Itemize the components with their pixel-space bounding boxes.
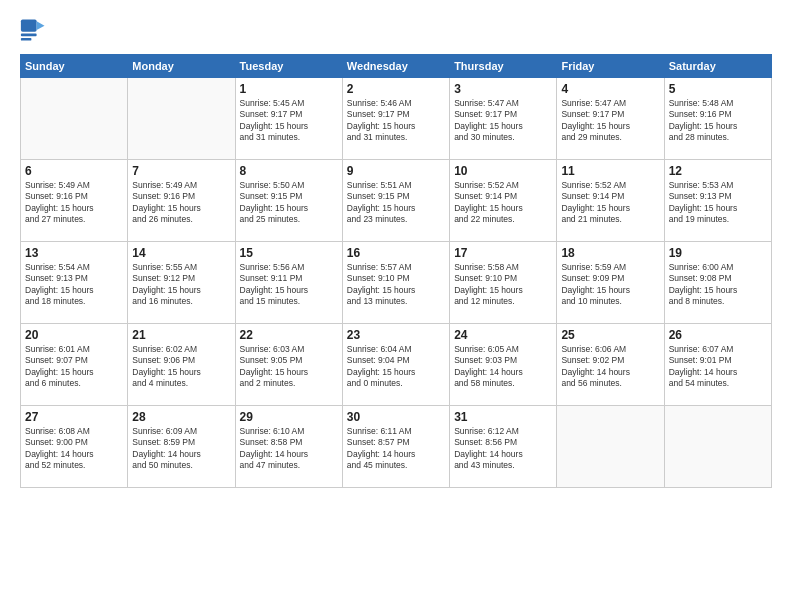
calendar-cell: 20Sunrise: 6:01 AM Sunset: 9:07 PM Dayli…: [21, 324, 128, 406]
day-info: Sunrise: 5:49 AM Sunset: 9:16 PM Dayligh…: [132, 180, 230, 226]
weekday-header-row: SundayMondayTuesdayWednesdayThursdayFrid…: [21, 55, 772, 78]
page-header: [20, 16, 772, 44]
day-number: 21: [132, 328, 230, 342]
day-info: Sunrise: 5:56 AM Sunset: 9:11 PM Dayligh…: [240, 262, 338, 308]
day-number: 6: [25, 164, 123, 178]
day-number: 31: [454, 410, 552, 424]
calendar-cell: 6Sunrise: 5:49 AM Sunset: 9:16 PM Daylig…: [21, 160, 128, 242]
day-number: 13: [25, 246, 123, 260]
day-number: 23: [347, 328, 445, 342]
day-info: Sunrise: 5:57 AM Sunset: 9:10 PM Dayligh…: [347, 262, 445, 308]
calendar-cell: 26Sunrise: 6:07 AM Sunset: 9:01 PM Dayli…: [664, 324, 771, 406]
calendar-table: SundayMondayTuesdayWednesdayThursdayFrid…: [20, 54, 772, 488]
weekday-header-thursday: Thursday: [450, 55, 557, 78]
calendar-cell: 9Sunrise: 5:51 AM Sunset: 9:15 PM Daylig…: [342, 160, 449, 242]
svg-rect-2: [21, 34, 37, 37]
day-number: 20: [25, 328, 123, 342]
calendar-cell: 19Sunrise: 6:00 AM Sunset: 9:08 PM Dayli…: [664, 242, 771, 324]
calendar-cell: 15Sunrise: 5:56 AM Sunset: 9:11 PM Dayli…: [235, 242, 342, 324]
day-number: 28: [132, 410, 230, 424]
weekday-header-saturday: Saturday: [664, 55, 771, 78]
calendar-cell: 29Sunrise: 6:10 AM Sunset: 8:58 PM Dayli…: [235, 406, 342, 488]
day-number: 19: [669, 246, 767, 260]
svg-rect-0: [21, 20, 37, 32]
calendar-cell: 16Sunrise: 5:57 AM Sunset: 9:10 PM Dayli…: [342, 242, 449, 324]
day-info: Sunrise: 5:59 AM Sunset: 9:09 PM Dayligh…: [561, 262, 659, 308]
calendar-cell: 27Sunrise: 6:08 AM Sunset: 9:00 PM Dayli…: [21, 406, 128, 488]
calendar-cell: 8Sunrise: 5:50 AM Sunset: 9:15 PM Daylig…: [235, 160, 342, 242]
day-info: Sunrise: 6:04 AM Sunset: 9:04 PM Dayligh…: [347, 344, 445, 390]
day-number: 29: [240, 410, 338, 424]
calendar-cell: 31Sunrise: 6:12 AM Sunset: 8:56 PM Dayli…: [450, 406, 557, 488]
day-info: Sunrise: 6:02 AM Sunset: 9:06 PM Dayligh…: [132, 344, 230, 390]
day-number: 16: [347, 246, 445, 260]
calendar-cell: 4Sunrise: 5:47 AM Sunset: 9:17 PM Daylig…: [557, 78, 664, 160]
day-info: Sunrise: 5:45 AM Sunset: 9:17 PM Dayligh…: [240, 98, 338, 144]
weekday-header-monday: Monday: [128, 55, 235, 78]
week-row-4: 20Sunrise: 6:01 AM Sunset: 9:07 PM Dayli…: [21, 324, 772, 406]
calendar-cell: [557, 406, 664, 488]
day-number: 3: [454, 82, 552, 96]
day-info: Sunrise: 5:46 AM Sunset: 9:17 PM Dayligh…: [347, 98, 445, 144]
calendar-cell: 2Sunrise: 5:46 AM Sunset: 9:17 PM Daylig…: [342, 78, 449, 160]
day-number: 7: [132, 164, 230, 178]
svg-rect-3: [21, 38, 32, 41]
day-info: Sunrise: 5:48 AM Sunset: 9:16 PM Dayligh…: [669, 98, 767, 144]
day-info: Sunrise: 5:47 AM Sunset: 9:17 PM Dayligh…: [561, 98, 659, 144]
calendar-cell: 17Sunrise: 5:58 AM Sunset: 9:10 PM Dayli…: [450, 242, 557, 324]
day-info: Sunrise: 5:47 AM Sunset: 9:17 PM Dayligh…: [454, 98, 552, 144]
day-number: 15: [240, 246, 338, 260]
week-row-1: 1Sunrise: 5:45 AM Sunset: 9:17 PM Daylig…: [21, 78, 772, 160]
calendar-cell: 12Sunrise: 5:53 AM Sunset: 9:13 PM Dayli…: [664, 160, 771, 242]
day-number: 18: [561, 246, 659, 260]
day-number: 27: [25, 410, 123, 424]
day-info: Sunrise: 6:03 AM Sunset: 9:05 PM Dayligh…: [240, 344, 338, 390]
calendar-cell: 11Sunrise: 5:52 AM Sunset: 9:14 PM Dayli…: [557, 160, 664, 242]
day-number: 10: [454, 164, 552, 178]
day-info: Sunrise: 5:54 AM Sunset: 9:13 PM Dayligh…: [25, 262, 123, 308]
day-number: 5: [669, 82, 767, 96]
day-info: Sunrise: 5:52 AM Sunset: 9:14 PM Dayligh…: [561, 180, 659, 226]
day-info: Sunrise: 6:06 AM Sunset: 9:02 PM Dayligh…: [561, 344, 659, 390]
calendar-cell: 14Sunrise: 5:55 AM Sunset: 9:12 PM Dayli…: [128, 242, 235, 324]
week-row-3: 13Sunrise: 5:54 AM Sunset: 9:13 PM Dayli…: [21, 242, 772, 324]
day-number: 8: [240, 164, 338, 178]
day-number: 26: [669, 328, 767, 342]
calendar-cell: 23Sunrise: 6:04 AM Sunset: 9:04 PM Dayli…: [342, 324, 449, 406]
calendar-cell: 30Sunrise: 6:11 AM Sunset: 8:57 PM Dayli…: [342, 406, 449, 488]
calendar-cell: 21Sunrise: 6:02 AM Sunset: 9:06 PM Dayli…: [128, 324, 235, 406]
week-row-5: 27Sunrise: 6:08 AM Sunset: 9:00 PM Dayli…: [21, 406, 772, 488]
day-info: Sunrise: 6:10 AM Sunset: 8:58 PM Dayligh…: [240, 426, 338, 472]
day-info: Sunrise: 6:01 AM Sunset: 9:07 PM Dayligh…: [25, 344, 123, 390]
day-info: Sunrise: 5:55 AM Sunset: 9:12 PM Dayligh…: [132, 262, 230, 308]
calendar-cell: 7Sunrise: 5:49 AM Sunset: 9:16 PM Daylig…: [128, 160, 235, 242]
day-info: Sunrise: 6:05 AM Sunset: 9:03 PM Dayligh…: [454, 344, 552, 390]
day-number: 2: [347, 82, 445, 96]
calendar-cell: 10Sunrise: 5:52 AM Sunset: 9:14 PM Dayli…: [450, 160, 557, 242]
day-info: Sunrise: 5:52 AM Sunset: 9:14 PM Dayligh…: [454, 180, 552, 226]
day-number: 9: [347, 164, 445, 178]
day-info: Sunrise: 5:49 AM Sunset: 9:16 PM Dayligh…: [25, 180, 123, 226]
day-number: 17: [454, 246, 552, 260]
weekday-header-sunday: Sunday: [21, 55, 128, 78]
calendar-cell: [128, 78, 235, 160]
calendar-cell: 13Sunrise: 5:54 AM Sunset: 9:13 PM Dayli…: [21, 242, 128, 324]
day-number: 24: [454, 328, 552, 342]
day-info: Sunrise: 6:08 AM Sunset: 9:00 PM Dayligh…: [25, 426, 123, 472]
calendar-cell: 25Sunrise: 6:06 AM Sunset: 9:02 PM Dayli…: [557, 324, 664, 406]
calendar-cell: 28Sunrise: 6:09 AM Sunset: 8:59 PM Dayli…: [128, 406, 235, 488]
day-info: Sunrise: 5:58 AM Sunset: 9:10 PM Dayligh…: [454, 262, 552, 308]
day-info: Sunrise: 5:53 AM Sunset: 9:13 PM Dayligh…: [669, 180, 767, 226]
day-info: Sunrise: 5:50 AM Sunset: 9:15 PM Dayligh…: [240, 180, 338, 226]
day-number: 22: [240, 328, 338, 342]
logo: [20, 16, 54, 44]
day-info: Sunrise: 6:12 AM Sunset: 8:56 PM Dayligh…: [454, 426, 552, 472]
svg-marker-1: [37, 21, 45, 30]
day-number: 25: [561, 328, 659, 342]
day-number: 11: [561, 164, 659, 178]
week-row-2: 6Sunrise: 5:49 AM Sunset: 9:16 PM Daylig…: [21, 160, 772, 242]
calendar-cell: 5Sunrise: 5:48 AM Sunset: 9:16 PM Daylig…: [664, 78, 771, 160]
calendar-cell: 18Sunrise: 5:59 AM Sunset: 9:09 PM Dayli…: [557, 242, 664, 324]
calendar-cell: [21, 78, 128, 160]
calendar-cell: 3Sunrise: 5:47 AM Sunset: 9:17 PM Daylig…: [450, 78, 557, 160]
